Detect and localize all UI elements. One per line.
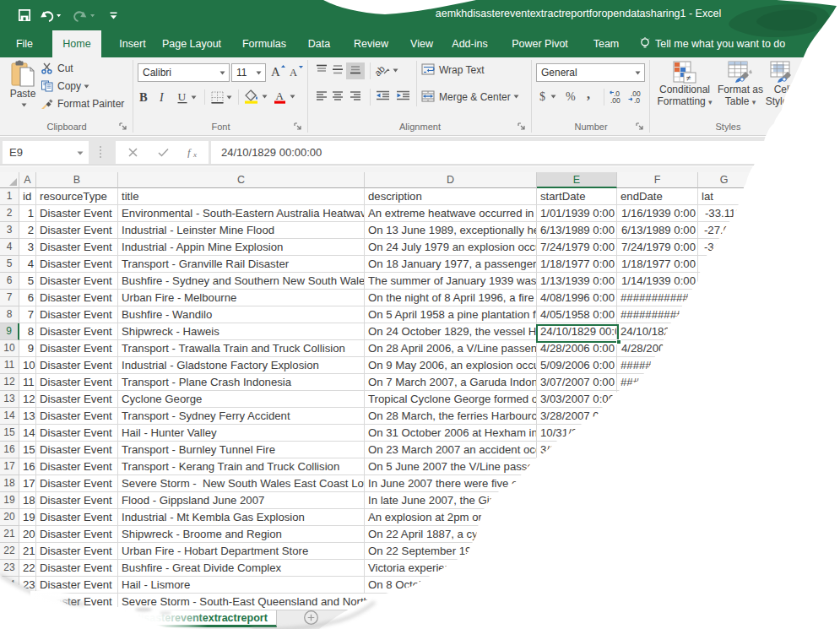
cell-B15[interactable]: Disaster Event — [36, 425, 118, 442]
merge-center-button[interactable]: Merge & Center — [421, 90, 519, 103]
row-header-25[interactable]: 25 — [0, 594, 19, 610]
cell-C13[interactable]: Cyclone George — [118, 391, 365, 408]
ribbon-tab-page-layout[interactable]: Page Layout — [160, 30, 223, 57]
cell-G22[interactable]: -42.8821 — [698, 543, 751, 560]
cell-G17[interactable]: -35.7262 — [698, 458, 751, 475]
cell-F7[interactable]: ############ — [617, 290, 698, 306]
cell-A7[interactable]: 6 — [19, 290, 36, 306]
cell-E4[interactable]: 7/24/1979 0:00 — [537, 239, 617, 256]
cell-E16[interactable]: 3/23/2007 0:00 — [537, 442, 617, 458]
cell-B9[interactable]: Disaster Event — [36, 323, 118, 340]
cell-D21[interactable]: On 22 April 1887, a cyclone destroye — [365, 526, 537, 543]
cell-G7[interactable]: -37.8136 — [698, 290, 751, 306]
cell-F8[interactable]: ############ — [617, 306, 698, 323]
font-size-combo[interactable]: 11 — [231, 63, 266, 82]
cell-C16[interactable]: Transport - Burnley Tunnel Fire — [118, 442, 365, 458]
cell-G11[interactable]: -23.8427 — [698, 357, 751, 374]
cell-E12[interactable]: 3/07/2007 0:00 — [537, 374, 617, 391]
cell-C17[interactable]: Transport - Kerang Train and Truck Colli… — [118, 458, 365, 475]
cell-D22[interactable]: On 22 September 1912 a fire started — [365, 543, 537, 560]
cell-B12[interactable]: Disaster Event — [36, 374, 118, 391]
cell-E6[interactable]: 1/13/1939 0:00 — [537, 273, 617, 290]
cell-C23[interactable]: Bushfire - Great Divide Complex — [118, 560, 365, 577]
row-header-10[interactable]: 10 — [0, 340, 19, 357]
cell-E23[interactable]: 12/01/2006 0:00 — [537, 560, 617, 577]
cell-B24[interactable]: Disaster Event — [36, 577, 118, 594]
ribbon-tab-home[interactable]: Home — [52, 30, 101, 57]
cell-D2[interactable]: An extreme heatwave occurred in Jan — [365, 205, 537, 222]
cell-E1[interactable]: startDate — [537, 188, 617, 205]
cell-C19[interactable]: Flood - Gippsland June 2007 — [118, 492, 365, 509]
conditional-formatting-button[interactable]: ≠ ConditionalFormatting ▾ — [657, 61, 713, 108]
cell-E22[interactable]: 9/22/1912 0:00 — [537, 543, 617, 560]
cell-B3[interactable]: Disaster Event — [36, 222, 118, 239]
cell-F2[interactable]: 1/16/1939 0:00 — [617, 205, 698, 222]
accounting-format-button[interactable]: $ — [539, 89, 556, 103]
copy-button[interactable]: Copy — [41, 80, 89, 92]
cell-C21[interactable]: Shipwreck - Broome and Region — [118, 526, 365, 543]
underline-button[interactable]: U — [177, 90, 197, 104]
cell-F11[interactable]: ############ — [617, 357, 698, 374]
cell-E20[interactable]: 7/31/1902 0:00 — [537, 509, 617, 526]
column-header-A[interactable]: A — [19, 172, 36, 188]
cell-B17[interactable]: Disaster Event — [36, 458, 118, 475]
cell-F4[interactable]: 7/24/1979 0:00 — [617, 239, 698, 256]
cell-C14[interactable]: Transport - Sydney Ferry Accident — [118, 408, 365, 425]
row-header-12[interactable]: 12 — [0, 374, 19, 391]
row-header-4[interactable]: 4 — [0, 239, 19, 256]
cell-G24[interactable]: -28.8135 — [698, 577, 751, 594]
row-header-19[interactable]: 19 — [0, 492, 19, 509]
formula-bar-handle[interactable] — [99, 145, 102, 159]
row-header-8[interactable]: 8 — [0, 306, 19, 323]
ribbon-tab-team[interactable]: Team — [587, 30, 626, 57]
increase-decimal-button[interactable]: .0 .00 — [609, 89, 625, 104]
cell-D14[interactable]: On 28 March, the ferries Harbourcat — [365, 408, 537, 425]
column-header-H[interactable] — [751, 172, 784, 188]
cell-B20[interactable]: Disaster Event — [36, 509, 118, 526]
align-right-button[interactable] — [350, 90, 361, 101]
row-header-16[interactable]: 16 — [0, 442, 19, 458]
cell-B5[interactable]: Disaster Event — [36, 256, 118, 273]
cell-F5[interactable]: 1/18/1977 0:00 — [617, 256, 698, 273]
row-header-1[interactable]: 1 — [0, 188, 19, 205]
cell-G14[interactable]: -33.8568 — [698, 408, 751, 425]
cell-G19[interactable]: -38.1026 — [698, 492, 751, 509]
cell-E24[interactable]: 10/08/2007 0:00 — [537, 577, 617, 594]
cancel-icon[interactable] — [128, 148, 138, 157]
formula-input[interactable]: 24/10/1829 00:00:00 — [211, 141, 840, 164]
row-header-17[interactable]: 17 — [0, 458, 19, 475]
ribbon-tab-view[interactable]: View — [404, 30, 439, 57]
cell-G6[interactable]: -33.9399 — [698, 273, 751, 290]
cell-G20[interactable]: -34.4278 — [698, 509, 751, 526]
alignment-dialog-launcher[interactable] — [518, 122, 526, 131]
cell-A15[interactable]: 14 — [19, 425, 36, 442]
cell-A1[interactable]: id — [19, 188, 36, 205]
cell-G18[interactable]: -32.9283 — [698, 475, 751, 492]
cell-B2[interactable]: Disaster Event — [36, 205, 118, 222]
cell-F23[interactable]: 12/01/2006 0:00 — [617, 560, 698, 577]
row-header-9[interactable]: 9 — [0, 323, 19, 340]
cell-D5[interactable]: On 18 January 1977, a passenger trai — [365, 256, 537, 273]
undo-button[interactable] — [40, 8, 62, 22]
font-color-button[interactable]: A — [274, 89, 295, 104]
row-header-5[interactable]: 5 — [0, 256, 19, 273]
percent-style-button[interactable]: % — [566, 89, 577, 103]
column-header-C[interactable]: C — [118, 172, 365, 188]
fill-color-button[interactable] — [244, 89, 268, 104]
cell-A17[interactable]: 16 — [19, 458, 36, 475]
cell-B10[interactable]: Disaster Event — [36, 340, 118, 357]
cell-E17[interactable]: 6/05/2007 0:00 — [537, 458, 617, 475]
row-header-13[interactable]: 13 — [0, 391, 19, 408]
cell-B11[interactable]: Disaster Event — [36, 357, 118, 374]
cell-G15[interactable]: -32.8318 — [698, 425, 751, 442]
cell-A20[interactable]: 19 — [19, 509, 36, 526]
column-header-G[interactable]: G — [698, 172, 751, 188]
cell-F9[interactable]: 24/10/1829 00:00:00 — [617, 323, 698, 340]
column-header-B[interactable]: B — [36, 172, 118, 188]
cell-A18[interactable]: 17 — [19, 475, 36, 492]
cell-A9[interactable]: 8 — [19, 323, 36, 340]
cell-A10[interactable]: 9 — [19, 340, 36, 357]
font-dialog-launcher[interactable] — [294, 122, 302, 131]
cell-B25[interactable]: Disaster Event — [36, 594, 118, 610]
cell-A24[interactable]: 23 — [19, 577, 36, 594]
